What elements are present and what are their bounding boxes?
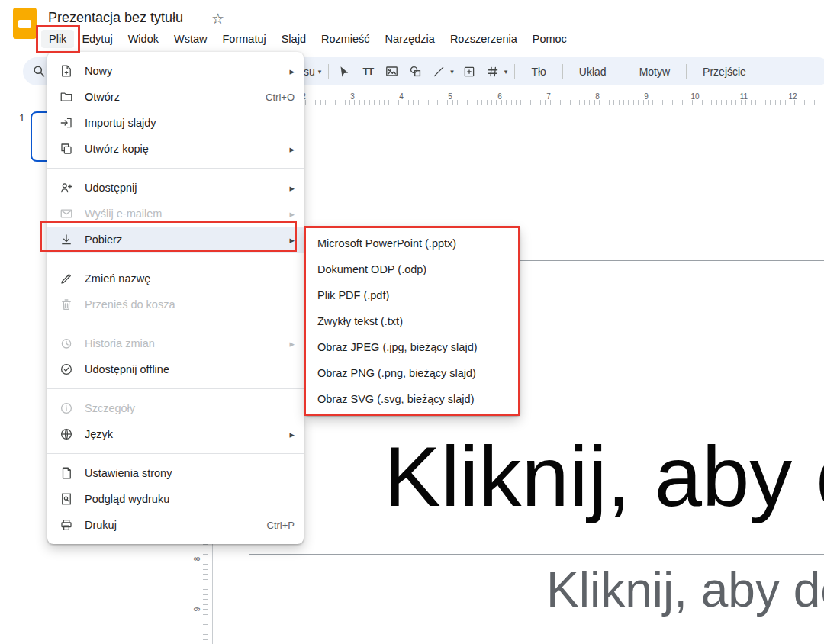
ruler-number: 5: [448, 92, 452, 101]
theme-button[interactable]: Motyw: [630, 66, 679, 78]
menu-item-wyslij-emailem[interactable]: Wyślij e-mailem ▸: [47, 201, 304, 227]
submenu-item-pptx[interactable]: Microsoft PowerPoint (.pptx): [305, 230, 520, 256]
ruler-number: 8: [193, 557, 201, 562]
text-tool-icon[interactable]: TT: [359, 63, 376, 80]
menu-item-label: Szczegóły: [85, 402, 295, 414]
slide-title-placeholder[interactable]: Kliknij, aby dodać tytuł: [384, 432, 824, 522]
menu-pomoc[interactable]: Pomoc: [525, 30, 575, 48]
line-tool-icon[interactable]: [430, 63, 447, 80]
menu-item-importuj-slajdy[interactable]: Importuj slajdy: [47, 110, 304, 136]
menu-item-drukuj[interactable]: Drukuj Ctrl+P: [47, 512, 304, 538]
submenu-arrow-icon: ▸: [289, 143, 295, 155]
submenu-item-svg[interactable]: Obraz SVG (.svg, bieżący slajd): [305, 386, 520, 412]
printer-icon: [60, 518, 75, 532]
submenu-item-odp[interactable]: Dokument ODP (.odp): [305, 256, 520, 282]
download-submenu: Microsoft PowerPoint (.pptx) Dokument OD…: [305, 227, 520, 416]
zoom-dropdown[interactable]: su: [304, 66, 315, 78]
history-clock-icon: [60, 336, 75, 350]
menu-item-shortcut: Ctrl+O: [266, 92, 295, 103]
menu-slajd[interactable]: Slajd: [274, 30, 314, 48]
submenu-item-jpeg[interactable]: Obraz JPEG (.jpg, bieżący slajd): [305, 334, 520, 360]
transition-button[interactable]: Przejście: [694, 66, 755, 78]
menubar: Plik Edytuj Widok Wstaw Formatuj Slajd R…: [41, 28, 575, 49]
menu-item-shortcut: Ctrl+P: [267, 520, 295, 531]
ruler-number: 8: [595, 92, 600, 101]
menu-item-przenies-do-kosza[interactable]: Przenieś do kosza: [47, 291, 304, 317]
chevron-down-icon[interactable]: ▾: [450, 68, 454, 76]
submenu-item-png[interactable]: Obraz PNG (.png, bieżący slajd): [305, 360, 520, 386]
submenu-arrow-icon: ▸: [289, 182, 295, 194]
ruler-number: 6: [497, 92, 502, 101]
toolbar-divider: [328, 64, 329, 79]
menu-item-zmien-nazwe[interactable]: Zmień nazwę: [47, 266, 304, 291]
submenu-item-pdf[interactable]: Plik PDF (.pdf): [305, 282, 520, 308]
background-button[interactable]: Tło: [522, 66, 555, 78]
chevron-down-icon[interactable]: ▾: [318, 68, 322, 76]
menu-formatuj[interactable]: Formatuj: [214, 30, 273, 48]
copy-icon: [60, 142, 75, 156]
menu-item-label: Historia zmian: [85, 337, 283, 349]
menu-item-udostepnij-offline[interactable]: Udostępnij offline: [47, 356, 304, 382]
menu-widok[interactable]: Widok: [121, 30, 166, 48]
page-setup-icon: [60, 466, 75, 480]
menu-item-utworz-kopie[interactable]: Utwórz kopię ▸: [47, 136, 304, 162]
menu-item-label: Język: [85, 428, 283, 440]
ruler-number: 9: [193, 607, 201, 612]
document-title[interactable]: Prezentacja bez tytułu: [48, 10, 183, 26]
person-add-icon: [60, 181, 75, 195]
logo-bar: [18, 20, 31, 28]
submenu-arrow-icon: ▸: [289, 338, 295, 349]
menu-divider: [47, 168, 304, 169]
grid-tool-icon[interactable]: [484, 63, 501, 80]
chevron-down-icon[interactable]: ▾: [504, 68, 508, 76]
menu-narzedzia[interactable]: Narzędzia: [378, 30, 443, 48]
email-icon: [60, 207, 75, 221]
menu-item-szczegoly[interactable]: Szczegóły: [47, 395, 304, 421]
menu-item-ustawienia-strony[interactable]: Ustawienia strony: [47, 460, 304, 486]
select-tool-icon[interactable]: [336, 63, 352, 80]
download-icon: [60, 233, 75, 246]
ruler-number: 9: [644, 92, 649, 101]
import-slides-icon: [60, 116, 75, 130]
menu-item-label: Otwórz: [85, 91, 266, 103]
google-slides-logo-icon[interactable]: [13, 8, 37, 39]
toolbar-divider: [562, 64, 563, 79]
menu-item-pobierz[interactable]: Pobierz ▸: [47, 227, 304, 253]
menu-wstaw[interactable]: Wstaw: [166, 30, 215, 48]
menu-item-label: Pobierz: [85, 233, 283, 246]
menu-item-label: Zmień nazwę: [85, 272, 295, 285]
menu-item-podglad-wydruku[interactable]: Podgląd wydruku: [47, 486, 304, 512]
ruler-number: 7: [546, 92, 551, 101]
shape-tool-icon[interactable]: [407, 63, 423, 80]
textbox-tool-icon[interactable]: [461, 63, 478, 80]
search-icon[interactable]: [31, 63, 47, 79]
submenu-arrow-icon: ▸: [289, 66, 295, 77]
menu-rozszerzenia[interactable]: Rozszerzenia: [443, 30, 525, 48]
horizontal-ruler-ticks: [217, 100, 822, 105]
slide-number: 1: [19, 112, 25, 124]
menu-rozmiesc[interactable]: Rozmieść: [314, 30, 378, 48]
ruler-number: 4: [399, 92, 404, 101]
star-icon[interactable]: ☆: [211, 10, 224, 27]
menu-item-otworz[interactable]: Otwórz Ctrl+O: [47, 84, 304, 110]
submenu-item-txt[interactable]: Zwykły tekst (.txt): [305, 308, 520, 334]
menu-item-nowy[interactable]: Nowy ▸: [47, 58, 304, 84]
menu-item-jezyk[interactable]: Język ▸: [47, 421, 304, 447]
submenu-arrow-icon: ▸: [289, 429, 295, 440]
menu-item-historia-zmian[interactable]: Historia zmian ▸: [47, 330, 304, 356]
menu-item-udostepnij[interactable]: Udostępnij ▸: [47, 175, 304, 201]
offline-check-circle-icon: [60, 362, 75, 376]
menu-item-label: Ustawienia strony: [85, 467, 295, 479]
ruler-number: 3: [350, 92, 355, 101]
slide-subtitle-placeholder[interactable]: Kliknij, aby dodać podtytuł: [546, 565, 824, 616]
menu-divider: [47, 388, 304, 389]
menu-divider: [47, 324, 304, 324]
menu-edytuj[interactable]: Edytuj: [74, 30, 120, 48]
menu-item-label: Nowy: [85, 65, 283, 77]
menu-plik[interactable]: Plik: [41, 30, 74, 48]
toolbar-divider: [514, 64, 515, 79]
menu-item-label: Wyślij e-mailem: [85, 208, 283, 220]
insert-image-icon[interactable]: [383, 63, 400, 80]
layout-button[interactable]: Układ: [570, 66, 616, 78]
new-document-icon: [60, 64, 75, 78]
